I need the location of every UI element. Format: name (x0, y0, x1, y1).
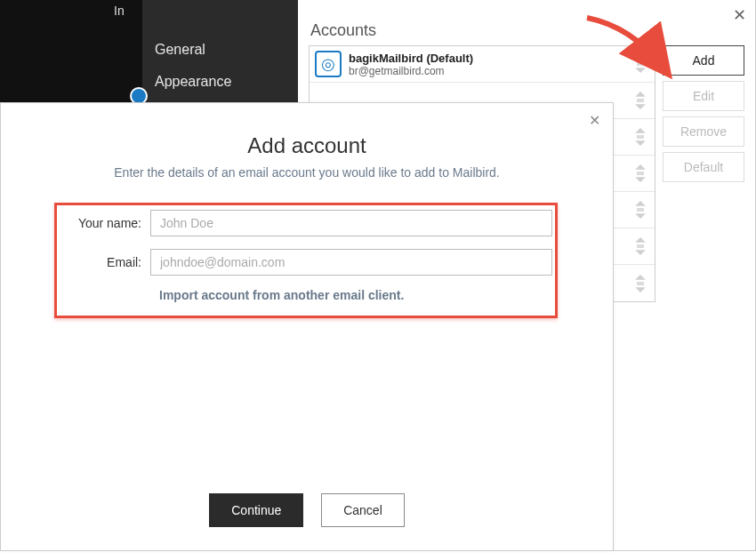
sidebar-item-appearance[interactable]: Appearance (142, 66, 298, 98)
close-modal-icon[interactable]: ✕ (589, 112, 600, 129)
drag-handle-icon[interactable] (631, 237, 649, 255)
sidebar-item-general[interactable]: General (142, 34, 298, 66)
header-fragment: In (114, 4, 125, 18)
edit-account-button[interactable]: Edit (663, 81, 744, 111)
add-account-button[interactable]: Add (663, 45, 744, 76)
modal-title: Add account (1, 133, 613, 158)
mailbird-account-icon: ◎ (315, 51, 342, 77)
import-account-link[interactable]: Import account from another email client… (159, 288, 552, 302)
close-settings-icon[interactable]: ✕ (733, 5, 746, 25)
drag-handle-icon[interactable] (631, 55, 649, 73)
cancel-button[interactable]: Cancel (321, 493, 405, 527)
default-account-button[interactable]: Default (663, 152, 744, 182)
drag-handle-icon[interactable] (631, 164, 649, 182)
drag-handle-icon[interactable] (631, 128, 649, 146)
account-name: bagikMailbird (Default) (349, 52, 631, 65)
remove-account-button[interactable]: Remove (663, 116, 744, 147)
email-input[interactable] (150, 249, 552, 276)
continue-button[interactable]: Continue (209, 493, 303, 527)
drag-handle-icon[interactable] (631, 201, 649, 219)
modal-subtitle: Enter the details of an email account yo… (1, 165, 613, 180)
email-label: Email: (61, 255, 150, 269)
drag-handle-icon[interactable] (631, 92, 649, 109)
settings-sidebar: General Appearance (142, 0, 298, 102)
accounts-heading: Accounts (298, 0, 755, 45)
account-row[interactable]: ◎ bagikMailbird (Default) br@getmailbird… (310, 46, 655, 83)
drag-handle-icon[interactable] (631, 275, 649, 292)
name-label: Your name: (61, 216, 150, 230)
accounts-action-buttons: Add Edit Remove Default (663, 45, 744, 182)
name-input[interactable] (150, 210, 552, 236)
account-email: br@getmailbird.com (349, 65, 631, 77)
add-account-modal: ✕ Add account Enter the details of an em… (0, 102, 614, 551)
